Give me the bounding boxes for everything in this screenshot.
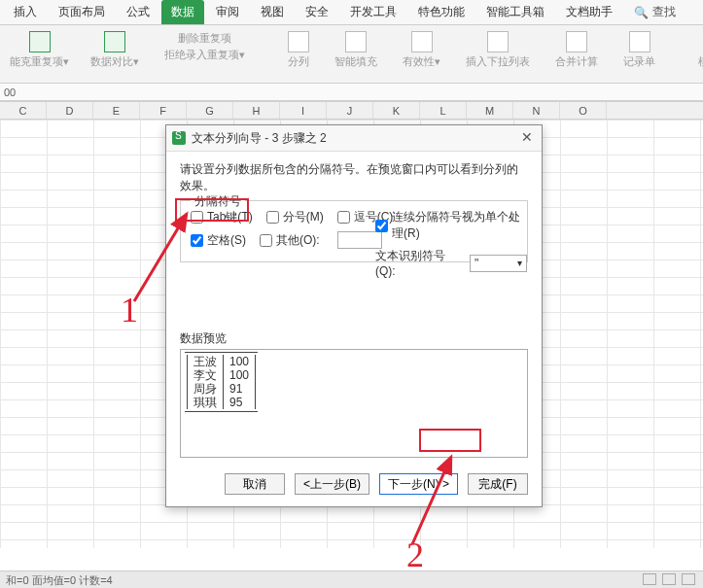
cancel-button[interactable]: 取消 [225, 473, 285, 495]
checkbox-treat-consecutive[interactable]: 连续分隔符号视为单个处理(R) [375, 209, 527, 242]
view-icon[interactable] [682, 573, 695, 585]
delimiter-fieldset: 分隔符号 Tab键(T) 分号(M) 逗号(C) 空格(S) 其他(O): 连续… [180, 200, 528, 262]
fieldset-legend: 分隔符号 [191, 193, 245, 210]
tab-layout[interactable]: 页面布局 [49, 0, 115, 24]
highlight-dup-icon [29, 31, 51, 52]
ribbon-search[interactable]: 🔍 查找 [634, 4, 676, 20]
col-header[interactable]: M [467, 102, 513, 119]
zoom-controls[interactable] [643, 571, 703, 588]
tool-dedup-group: 删除重复项 拒绝录入重复项▾ [160, 29, 249, 79]
tab-assist[interactable]: 文档助手 [556, 0, 622, 24]
cell-ref: 00 [4, 86, 16, 98]
table-row: 琪琪95 [188, 396, 256, 409]
col-header[interactable]: I [280, 102, 327, 119]
tool-reject-dup[interactable]: 拒绝录入重复项▾ [164, 48, 245, 62]
chevron-down-icon: ▾ [517, 258, 522, 268]
search-label: 查找 [652, 4, 676, 20]
text-split-wizard-dialog: 文本分列向导 - 3 步骤之 2 ✕ 请设置分列数据所包含的分隔符号。在预览窗口… [165, 124, 543, 507]
col-header[interactable]: E [93, 102, 140, 119]
view-icon[interactable] [662, 573, 676, 585]
col-header[interactable]: J [327, 102, 373, 119]
tool-consolidate[interactable]: 合并计算 [551, 29, 602, 79]
col-header[interactable]: C [0, 102, 47, 119]
col-header[interactable]: L [420, 102, 467, 119]
formula-bar[interactable]: 00 [0, 84, 703, 101]
consolidate-icon [566, 31, 587, 52]
col-header[interactable]: D [47, 102, 93, 119]
tool-flashfill[interactable]: 智能填充 [331, 29, 381, 79]
ribbon-toolbar: 能克重复项▾ 数据对比▾ 删除重复项 拒绝录入重复项▾ 分列 智能填充 有效性▾… [0, 25, 703, 84]
table-row: 王波100 [188, 355, 256, 368]
text-qualifier-select[interactable]: " ▾ [470, 255, 527, 272]
preview-label: 数据预览 [180, 330, 528, 347]
checkbox-semicolon[interactable]: 分号(M) [266, 209, 324, 225]
col-header[interactable]: K [373, 102, 420, 119]
view-icon[interactable] [643, 573, 656, 585]
dropdown-icon [487, 31, 509, 52]
prev-button[interactable]: <上一步(B) [295, 473, 369, 495]
tab-special[interactable]: 特色功能 [408, 0, 475, 24]
column-headers: C D E F G H I J K L M N O [0, 102, 703, 120]
dialog-title: 文本分列向导 - 3 步骤之 2 [192, 130, 518, 147]
col-header[interactable]: O [560, 102, 607, 119]
col-header[interactable]: H [233, 102, 280, 119]
validation-icon [411, 31, 433, 52]
split-icon [288, 31, 309, 52]
text-qualifier-label: 文本识别符号(Q): [375, 248, 464, 278]
tab-devtools[interactable]: 开发工具 [340, 0, 406, 24]
status-text: 和=0 面均值=0 计数=4 [6, 571, 113, 588]
close-icon[interactable]: ✕ [518, 129, 536, 147]
status-bar: 和=0 面均值=0 计数=4 [0, 571, 703, 588]
tab-data[interactable]: 数据 [161, 0, 204, 24]
search-icon: 🔍 [634, 6, 649, 19]
flashfill-icon [345, 31, 367, 52]
checkbox-tab[interactable]: Tab键(T) [191, 209, 253, 225]
col-header[interactable]: F [140, 102, 187, 119]
tool-highlight-dup[interactable]: 能克重复项▾ [6, 29, 73, 79]
tool-compare[interactable]: 数据对比▾ [87, 29, 143, 79]
tab-smart[interactable]: 智能工具箱 [476, 0, 554, 24]
record-icon [629, 31, 650, 52]
preview-box: 王波100 李文100 周身91 琪琪95 [180, 349, 528, 458]
compare-icon [104, 31, 125, 52]
dialog-buttons: 取消 <上一步(B) 下一步(N) > 完成(F) [166, 464, 542, 506]
ribbon-tabs: 插入 页面布局 公式 数据 审阅 视图 安全 开发工具 特色功能 智能工具箱 文… [0, 0, 703, 25]
dialog-description: 请设置分列数据所包含的分隔符号。在预览窗口内可以看到分列的效果。 [180, 161, 528, 194]
tool-split[interactable]: 分列 [284, 29, 313, 79]
col-header[interactable]: N [513, 102, 560, 119]
preview-table: 王波100 李文100 周身91 琪琪95 [187, 355, 256, 409]
tab-security[interactable]: 安全 [296, 0, 338, 24]
next-button[interactable]: 下一步(N) > [379, 473, 458, 495]
checkbox-space[interactable]: 空格(S) [191, 232, 246, 249]
finish-button[interactable]: 完成(F) [468, 473, 528, 495]
app-logo-icon [172, 131, 186, 145]
col-header[interactable]: G [187, 102, 233, 119]
tool-record[interactable]: 记录单 [619, 29, 659, 79]
table-row: 李文100 [188, 368, 256, 382]
text-qualifier-value: " [475, 257, 478, 270]
tool-whatif[interactable]: 模拟分析▾ [694, 29, 703, 79]
tool-dropdown[interactable]: 插入下拉列表 [462, 29, 534, 79]
tab-review[interactable]: 审阅 [206, 0, 249, 24]
tab-formula[interactable]: 公式 [117, 0, 159, 24]
dialog-titlebar[interactable]: 文本分列向导 - 3 步骤之 2 ✕ [166, 125, 542, 152]
table-row: 周身91 [188, 382, 256, 396]
tab-insert[interactable]: 插入 [4, 0, 47, 24]
tab-view[interactable]: 视图 [251, 0, 294, 24]
tool-remove-dup[interactable]: 删除重复项 [178, 31, 231, 46]
checkbox-other[interactable]: 其他(O): [260, 232, 320, 249]
tool-validation[interactable]: 有效性▾ [399, 29, 444, 79]
